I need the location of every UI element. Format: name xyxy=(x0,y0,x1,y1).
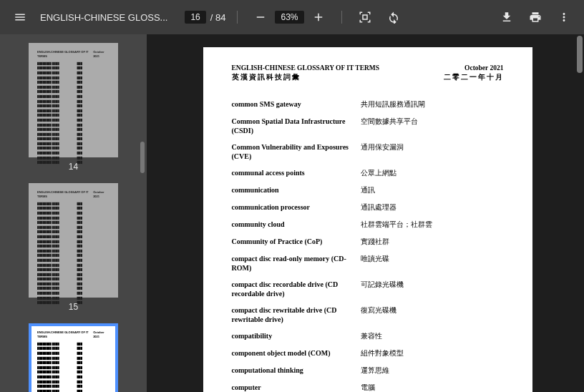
rotate-icon[interactable] xyxy=(382,6,405,29)
header-date-en: October 2021 xyxy=(464,64,503,72)
page-indicator: 16 / 84 xyxy=(185,11,225,24)
term-chinese: 兼容性 xyxy=(361,331,504,341)
term-english: compatibility xyxy=(232,331,361,341)
glossary-entry: compact disc recordable drive (CD record… xyxy=(232,280,504,298)
glossary-entry: common SMS gateway共用短訊服務通訊閘 xyxy=(232,99,504,109)
term-chinese: 實踐社群 xyxy=(361,237,504,247)
zoom-controls: 63% xyxy=(249,6,329,29)
term-english: communal access points xyxy=(232,168,361,178)
zoom-level[interactable]: 63% xyxy=(275,11,303,24)
term-english: Common Vulnerability and Exposures (CVE) xyxy=(232,142,361,161)
header-title-zh: 英漢資訊科技詞彙 xyxy=(232,73,301,82)
thumbnail[interactable]: ENGLISH-CHINESE GLOSSARY OF IT TERMSOcto… xyxy=(0,183,147,312)
term-chinese: 通訊 xyxy=(361,185,504,195)
fit-page-icon[interactable] xyxy=(354,6,376,29)
term-chinese: 唯讀光碟 xyxy=(361,254,504,273)
glossary-entry: component object model (COM)組件對象模型 xyxy=(232,348,504,358)
page-header-en: ENGLISH-CHINESE GLOSSARY OF IT TERMS Oct… xyxy=(232,64,504,72)
page-header-zh: 英漢資訊科技詞彙 二零二一年十月 xyxy=(232,73,504,82)
glossary-entry: Common Spatial Data Infrastructure (CSDI… xyxy=(232,117,504,135)
glossary-entry: communal access points公眾上網點 xyxy=(232,168,504,178)
pdf-toolbar: ENGLISH-CHINESE GLOSS... 16 / 84 63% xyxy=(0,0,584,34)
zoom-out-icon[interactable] xyxy=(249,6,272,29)
print-icon[interactable] xyxy=(524,6,547,29)
document-viewport[interactable]: ENGLISH-CHINESE GLOSSARY OF IT TERMS Oct… xyxy=(147,34,584,392)
document-title: ENGLISH-CHINESE GLOSS... xyxy=(40,12,167,23)
thumbnail-sidebar[interactable]: ENGLISH-CHINESE GLOSSARY OF IT TERMSOcto… xyxy=(0,34,147,392)
term-english: component object model (COM) xyxy=(232,348,361,358)
sidebar-scrollbar[interactable] xyxy=(140,142,145,173)
glossary-entry: Community of Practice (CoP)實踐社群 xyxy=(232,237,504,247)
term-english: community cloud xyxy=(232,220,361,230)
term-english: computer xyxy=(232,383,361,392)
term-english: Community of Practice (CoP) xyxy=(232,237,361,247)
glossary-entry: communication通訊 xyxy=(232,185,504,195)
term-english: compact disc rewritable drive (CD rewrit… xyxy=(232,305,361,324)
term-english: Common Spatial Data Infrastructure (CSDI… xyxy=(232,117,361,135)
term-chinese: 可記錄光碟機 xyxy=(361,280,504,298)
main-area: ENGLISH-CHINESE GLOSSARY OF IT TERMSOcto… xyxy=(0,34,584,392)
term-english: communication processor xyxy=(232,202,361,212)
term-chinese: 復寫光碟機 xyxy=(361,305,504,324)
term-chinese: 組件對象模型 xyxy=(361,348,504,358)
separator xyxy=(341,11,342,24)
header-date-zh: 二零二一年十月 xyxy=(444,73,504,82)
thumbnail[interactable]: ENGLISH-CHINESE GLOSSARY OF IT TERMSOcto… xyxy=(0,323,147,392)
glossary-entry: communication processor通訊處理器 xyxy=(232,202,504,212)
term-chinese: 空間數據共享平台 xyxy=(361,117,504,135)
term-chinese: 共用短訊服務通訊閘 xyxy=(361,99,504,109)
term-english: common SMS gateway xyxy=(232,99,361,109)
document-scrollbar[interactable] xyxy=(577,36,583,73)
term-chinese: 公眾上網點 xyxy=(361,168,504,178)
pdf-page: ENGLISH-CHINESE GLOSSARY OF IT TERMS Oct… xyxy=(203,47,532,392)
glossary-entry: compact disc rewritable drive (CD rewrit… xyxy=(232,305,504,324)
term-english: compact disc read-only memory (CD-ROM) xyxy=(232,254,361,273)
more-icon[interactable] xyxy=(553,6,575,29)
thumbnail[interactable]: ENGLISH-CHINESE GLOSSARY OF IT TERMSOcto… xyxy=(0,43,147,172)
glossary-entry: community cloud社群雲端平台；社群雲 xyxy=(232,220,504,230)
separator xyxy=(237,11,238,24)
glossary-entry: computer電腦 xyxy=(232,383,504,392)
glossary-entry: Common Vulnerability and Exposures (CVE)… xyxy=(232,142,504,161)
header-title-en: ENGLISH-CHINESE GLOSSARY OF IT TERMS xyxy=(232,64,380,72)
term-english: computational thinking xyxy=(232,366,361,376)
current-page-input[interactable]: 16 xyxy=(185,11,205,24)
total-pages: / 84 xyxy=(210,12,226,23)
svg-rect-0 xyxy=(363,15,367,19)
zoom-in-icon[interactable] xyxy=(307,6,330,29)
term-chinese: 通用保安漏洞 xyxy=(361,142,504,161)
glossary-entry: compact disc read-only memory (CD-ROM)唯讀… xyxy=(232,254,504,273)
term-english: compact disc recordable drive (CD record… xyxy=(232,280,361,298)
term-english: communication xyxy=(232,185,361,195)
term-chinese: 通訊處理器 xyxy=(361,202,504,212)
glossary-entry: computational thinking運算思維 xyxy=(232,366,504,376)
term-chinese: 運算思維 xyxy=(361,366,504,376)
menu-icon[interactable] xyxy=(9,6,31,29)
download-icon[interactable] xyxy=(495,6,518,29)
term-chinese: 社群雲端平台；社群雲 xyxy=(361,220,504,230)
glossary-entry: compatibility兼容性 xyxy=(232,331,504,341)
term-chinese: 電腦 xyxy=(361,383,504,392)
